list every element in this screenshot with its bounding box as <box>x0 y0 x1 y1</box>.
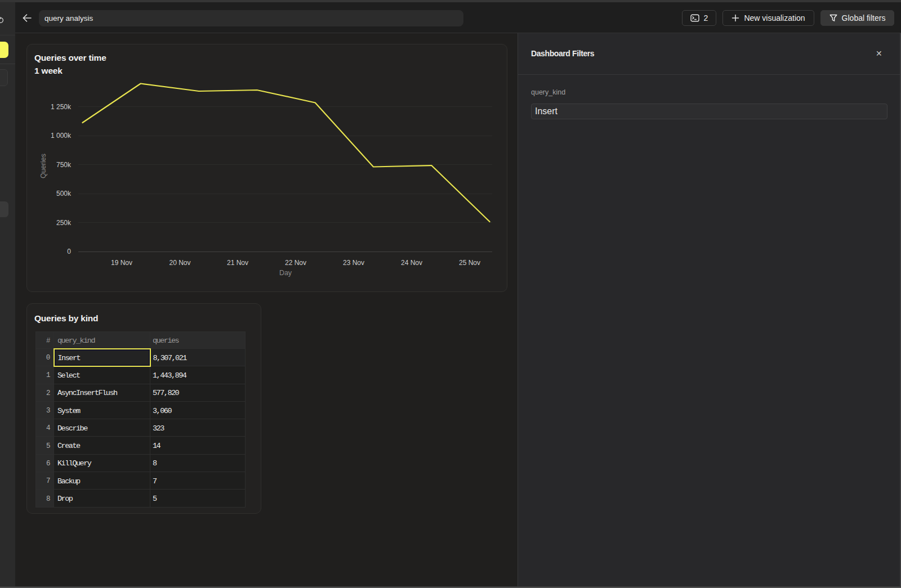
svg-text:21 Nov: 21 Nov <box>227 259 248 267</box>
svg-text:25 Nov: 25 Nov <box>459 259 480 267</box>
svg-text:22 Nov: 22 Nov <box>285 259 306 267</box>
svg-text:1 000k: 1 000k <box>51 132 72 140</box>
svg-text:Day: Day <box>279 269 292 277</box>
svg-text:23 Nov: 23 Nov <box>343 259 364 267</box>
svg-text:1 250k: 1 250k <box>51 103 72 111</box>
svg-text:0: 0 <box>67 248 71 255</box>
svg-text:24 Nov: 24 Nov <box>401 259 422 267</box>
svg-text:250k: 250k <box>56 219 72 227</box>
svg-text:500k: 500k <box>56 190 72 198</box>
svg-text:20 Nov: 20 Nov <box>169 259 190 267</box>
svg-text:19 Nov: 19 Nov <box>111 259 132 267</box>
svg-text:Queries: Queries <box>39 154 47 178</box>
svg-text:750k: 750k <box>56 161 72 169</box>
